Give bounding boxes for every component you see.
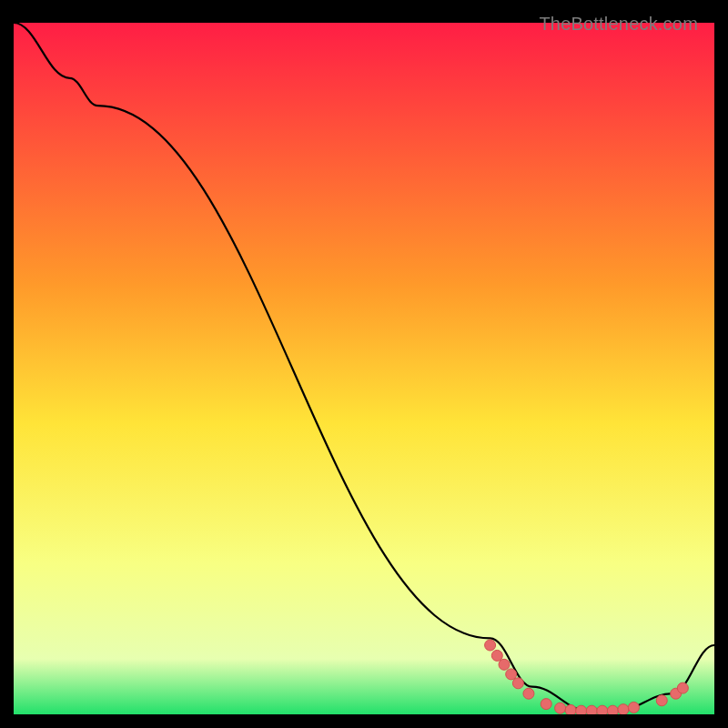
data-point-marker — [512, 678, 523, 689]
attribution-text: TheBottleneck.com — [539, 14, 698, 35]
data-point-marker — [618, 704, 629, 714]
data-point-marker — [597, 705, 608, 714]
data-point-marker — [506, 669, 517, 680]
data-point-marker — [576, 705, 587, 714]
data-point-marker — [628, 702, 639, 713]
data-point-marker — [541, 699, 551, 710]
data-point-marker — [485, 640, 496, 651]
data-point-marker — [607, 705, 618, 714]
data-point-marker — [499, 659, 510, 670]
data-point-marker — [491, 650, 502, 661]
bottleneck-chart — [14, 14, 714, 714]
data-point-marker — [523, 688, 534, 699]
data-point-marker — [656, 695, 667, 706]
chart-frame: TheBottleneck.com — [14, 14, 714, 714]
gradient-background — [14, 23, 714, 714]
data-point-marker — [555, 703, 566, 713]
data-point-marker — [677, 682, 688, 693]
data-point-marker — [565, 704, 576, 714]
data-point-marker — [586, 705, 597, 714]
